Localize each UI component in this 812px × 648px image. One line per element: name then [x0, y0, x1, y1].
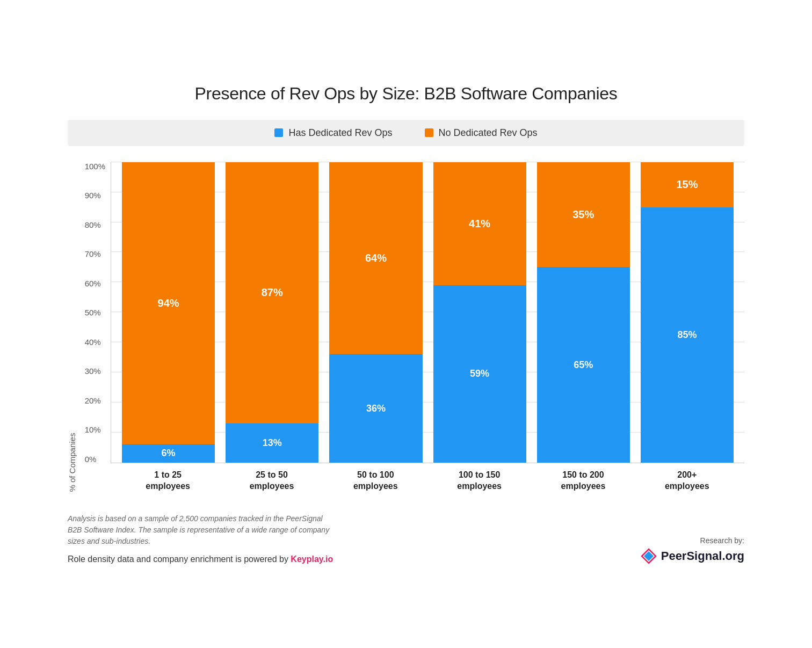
bar-orange-4: 41%	[433, 162, 526, 285]
x-axis: 1 to 25employees 25 to 50employees 50 to…	[111, 463, 744, 492]
y-tick-30: 30%	[85, 367, 105, 375]
peersignal-logo: PeerSignal.org	[641, 548, 744, 564]
x-label-3: 50 to 100employees	[329, 470, 422, 492]
y-tick-50: 50%	[85, 308, 105, 316]
x-label-6: 200+employees	[641, 470, 734, 492]
research-by: Research by:	[700, 536, 744, 545]
legend-has-label: Has Dedicated Rev Ops	[288, 127, 392, 139]
bar-blue-5: 65%	[537, 267, 630, 462]
bar-blue-2: 13%	[226, 423, 318, 463]
bar-orange-1: 94%	[122, 162, 215, 444]
bar-blue-6: 85%	[641, 207, 734, 463]
bar-blue-4: 59%	[433, 285, 526, 463]
bar-blue-3: 36%	[329, 354, 422, 462]
has-swatch	[274, 128, 283, 137]
chart-container: Presence of Rev Ops by Size: B2B Softwar…	[35, 62, 777, 586]
y-tick-60: 60%	[85, 279, 105, 287]
y-tick-90: 90%	[85, 191, 105, 199]
footer-right: Research by: PeerSignal.org	[641, 536, 744, 564]
bar-orange-label-2: 87%	[262, 286, 283, 299]
bar-blue-label-5: 65%	[574, 359, 593, 371]
powered-text: Role density data and company enrichment…	[68, 555, 288, 564]
bar-group-6: 85% 15%	[641, 162, 734, 463]
bar-group-4: 59% 41%	[433, 162, 526, 463]
stacked-bar-5: 65% 35%	[537, 162, 630, 463]
legend-has: Has Dedicated Rev Ops	[274, 127, 392, 139]
bar-blue-label-2: 13%	[263, 437, 282, 449]
bar-orange-3: 64%	[329, 162, 422, 355]
y-axis: 0% 10% 20% 30% 40% 50% 60% 70% 80% 90% 1…	[81, 162, 111, 492]
x-label-4: 100 to 150employees	[433, 470, 526, 492]
bar-orange-label-4: 41%	[469, 218, 490, 230]
stacked-bar-2: 13% 87%	[226, 162, 318, 463]
chart-body: % of Companies 0% 10% 20% 30% 40% 50% 60…	[68, 162, 744, 492]
bar-blue-label-6: 85%	[677, 329, 697, 341]
bar-orange-label-6: 15%	[676, 178, 698, 191]
bar-blue-label-3: 36%	[366, 403, 386, 414]
bar-blue-label-4: 59%	[470, 368, 489, 379]
bar-orange-6: 15%	[641, 162, 734, 207]
bar-orange-label-1: 94%	[158, 297, 179, 309]
y-tick-0: 0%	[85, 455, 105, 463]
bar-orange-2: 87%	[226, 162, 318, 423]
peersignal-icon	[641, 548, 657, 564]
legend-no-label: No Dedicated Rev Ops	[439, 127, 538, 139]
y-tick-80: 80%	[85, 221, 105, 229]
bars-area: 6% 94% 13% 87%	[111, 162, 744, 492]
stacked-bar-6: 85% 15%	[641, 162, 734, 463]
peersignal-name: PeerSignal.org	[661, 549, 744, 563]
stacked-bar-4: 59% 41%	[433, 162, 526, 463]
footer: Analysis is based on a sample of 2,500 c…	[68, 513, 744, 564]
bar-group-3: 36% 64%	[329, 162, 422, 463]
bar-orange-5: 35%	[537, 162, 630, 268]
x-label-5: 150 to 200employees	[536, 470, 629, 492]
bars-grid: 6% 94% 13% 87%	[111, 162, 744, 463]
y-tick-20: 20%	[85, 397, 105, 405]
x-label-2: 25 to 50employees	[225, 470, 318, 492]
footer-note: Analysis is based on a sample of 2,500 c…	[68, 513, 336, 547]
stacked-bar-1: 6% 94%	[122, 162, 215, 463]
y-axis-title: % of Companies	[68, 162, 77, 492]
keyplay-link[interactable]: Keyplay.io	[291, 555, 333, 564]
legend: Has Dedicated Rev Ops No Dedicated Rev O…	[68, 120, 744, 146]
legend-no: No Dedicated Rev Ops	[425, 127, 538, 139]
bar-group-1: 6% 94%	[122, 162, 215, 463]
bar-group-5: 65% 35%	[537, 162, 630, 463]
bar-group-2: 13% 87%	[226, 162, 318, 463]
y-tick-40: 40%	[85, 338, 105, 346]
y-tick-100: 100%	[85, 162, 105, 170]
footer-left: Analysis is based on a sample of 2,500 c…	[68, 513, 336, 564]
y-tick-10: 10%	[85, 426, 105, 434]
bar-blue-label-1: 6%	[162, 448, 176, 459]
chart-title: Presence of Rev Ops by Size: B2B Softwar…	[68, 84, 744, 104]
no-swatch	[425, 128, 433, 137]
x-label-1: 1 to 25employees	[121, 470, 214, 492]
bar-orange-label-3: 64%	[365, 252, 387, 264]
footer-powered: Role density data and company enrichment…	[68, 555, 336, 564]
bar-blue-1: 6%	[122, 444, 215, 463]
bar-orange-label-5: 35%	[572, 208, 594, 221]
stacked-bar-3: 36% 64%	[329, 162, 422, 463]
y-tick-70: 70%	[85, 250, 105, 258]
